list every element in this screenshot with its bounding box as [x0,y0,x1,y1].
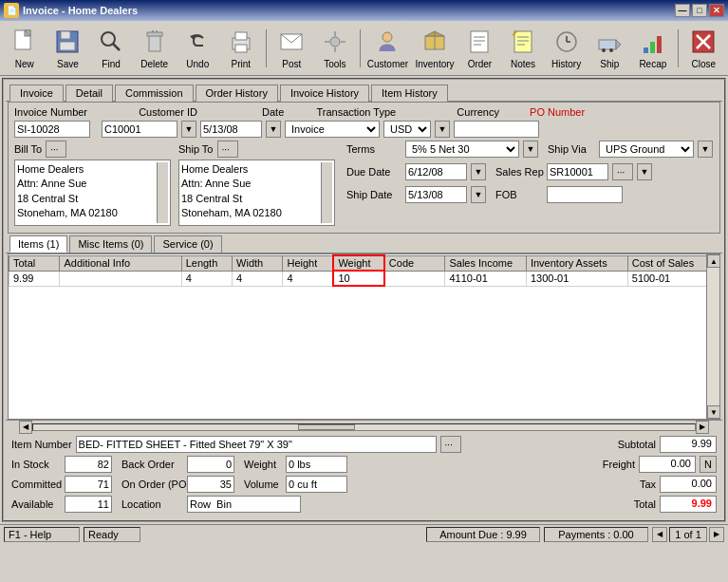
ship-to-browse[interactable]: ··· [217,141,238,158]
post-button[interactable]: Post [271,24,312,73]
in-stock-input[interactable] [65,456,112,473]
inventory-button[interactable]: Inventory [412,24,457,73]
notes-icon [508,27,538,57]
currency-dropdown[interactable]: ▼ [435,121,450,138]
recap-button[interactable]: Recap [632,24,674,73]
ship-to-scrollbar[interactable] [321,162,332,223]
transaction-type-label: Transaction Type [316,106,396,118]
minimize-button[interactable]: — [675,4,690,17]
ship-to-label: Ship To [178,143,214,155]
notes-button[interactable]: Notes [502,24,544,73]
available-input[interactable] [65,496,112,513]
bill-to-scrollbar[interactable] [157,162,168,223]
tab-commission[interactable]: Commission [115,84,194,102]
scroll-up[interactable]: ▲ [707,254,719,268]
svg-rect-28 [471,31,488,52]
table-v-scrollbar[interactable]: ▲ ▼ [706,254,719,419]
delete-label: Delete [140,59,168,69]
page-prev[interactable]: ◀ [652,527,667,542]
invoice-number-input[interactable] [14,121,90,138]
cell-height: 4 [283,271,333,286]
ship-date-input[interactable] [405,186,467,203]
subtotal-label: Subtotal [604,439,656,450]
tab-items[interactable]: Items (1) [9,235,67,253]
right-fields: Terms 5% 5 Net 30 ▼ Ship Via UPS Ground … [346,141,714,206]
tab-misc-items[interactable]: Misc Items (0) [69,235,152,253]
inventory-label: Inventory [415,59,454,69]
date-dropdown[interactable]: ▼ [266,121,281,138]
h-scroll-right[interactable]: ▶ [696,421,709,434]
tools-button[interactable]: Tools [314,24,356,73]
new-button[interactable]: New [4,24,46,73]
sales-rep-browse[interactable]: ··· [612,163,633,180]
ship-via-select[interactable]: UPS Ground [599,141,694,158]
due-date-input[interactable] [405,163,467,180]
back-order-input[interactable] [187,456,234,473]
ship-label: Ship [600,59,619,69]
on-order-input[interactable] [187,476,234,493]
location-input[interactable] [187,496,301,513]
ship-via-dropdown[interactable]: ▼ [698,141,713,158]
sales-rep-input[interactable] [547,163,608,180]
customer-label: Customer [367,59,408,69]
page-next[interactable]: ▶ [709,527,724,542]
po-number-input[interactable] [454,121,539,138]
delete-button[interactable]: Delete [134,24,176,73]
ship-date-dropdown[interactable]: ▼ [471,186,486,203]
save-button[interactable]: Save [47,24,89,73]
undo-button[interactable]: Undo [177,24,218,73]
tab-item-history[interactable]: Item History [371,84,448,102]
h-scroll-thumb[interactable] [298,424,355,430]
cell-weight[interactable]: 10 [333,271,383,286]
ship-button[interactable]: Ship [588,24,630,73]
date-input[interactable] [200,121,262,138]
payments-panel: Payments : 0.00 [544,527,648,542]
close-toolbar-icon [688,27,719,57]
tab-invoice-history[interactable]: Invoice History [280,84,369,102]
due-date-label: Due Date [346,166,401,178]
svg-rect-22 [325,41,329,43]
new-label: New [15,59,34,69]
committed-label: Committed [11,479,61,490]
fob-input[interactable] [547,186,623,203]
bill-to-browse[interactable]: ··· [46,141,66,158]
item-description-input[interactable] [76,436,437,453]
freight-value: 0.00 [639,456,696,473]
status-bar: F1 - Help Ready Amount Due : 9.99 Paymen… [0,524,728,543]
currency-select[interactable]: USD [383,121,431,138]
maximize-button[interactable]: □ [692,4,707,17]
find-button[interactable]: Find [90,24,132,73]
svg-marker-41 [616,40,621,49]
ship-to-address: Home Dealers Attn: Anne Sue 18 Central S… [178,160,335,226]
terms-dropdown[interactable]: ▼ [523,141,538,158]
bill-to-text: Home Dealers Attn: Anne Sue 18 Central S… [17,162,157,223]
tab-service[interactable]: Service (0) [154,235,221,253]
due-date-dropdown[interactable]: ▼ [471,163,486,180]
tab-order-history[interactable]: Order History [196,84,278,102]
currency-label: Currency [457,106,499,118]
h-scroll-left[interactable]: ◀ [19,421,32,434]
weight-input[interactable] [286,456,347,473]
volume-input[interactable] [286,476,347,493]
notes-label: Notes [511,59,535,69]
customer-button[interactable]: Customer [364,24,410,73]
tab-invoice[interactable]: Invoice [9,84,64,102]
item-browse-btn[interactable]: ··· [440,436,461,453]
order-button[interactable]: Order [459,24,501,73]
sales-rep-dropdown[interactable]: ▼ [637,163,652,180]
scroll-down[interactable]: ▼ [707,405,719,419]
print-button[interactable]: Print [220,24,262,73]
close-button[interactable]: ✕ [709,4,724,17]
close-toolbar-button[interactable]: Close [682,24,724,73]
svg-rect-15 [235,45,247,52]
customer-id-input[interactable] [102,121,177,138]
committed-input[interactable] [65,476,112,493]
transaction-type-select[interactable]: Invoice [285,121,380,138]
find-label: Find [102,59,120,69]
terms-select[interactable]: 5% 5 Net 30 [405,141,519,158]
table-row[interactable]: 9.99 4 4 4 10 4110-01 1300-01 5100-01 [9,271,719,286]
tab-detail[interactable]: Detail [65,84,113,102]
history-button[interactable]: History [546,24,588,73]
customer-id-dropdown[interactable]: ▼ [181,121,196,138]
h-scroll-track[interactable] [32,423,696,431]
